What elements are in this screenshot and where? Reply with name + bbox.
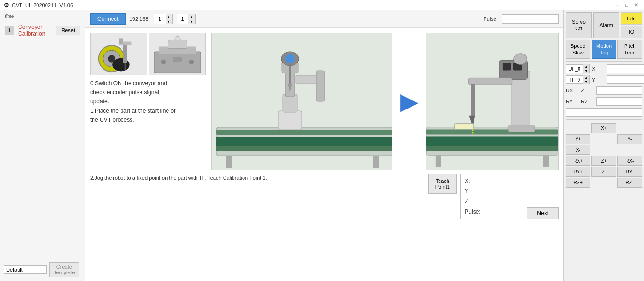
svg-rect-38 xyxy=(509,125,535,132)
svg-rect-6 xyxy=(119,39,123,44)
xplus-button[interactable]: X+ xyxy=(591,123,616,133)
uf-input[interactable] xyxy=(566,66,583,72)
teach-point1-button[interactable]: Teach Point1 xyxy=(428,174,457,194)
ip-seg2-input[interactable] xyxy=(177,16,188,22)
zplus-button[interactable]: Z+ xyxy=(591,156,616,166)
uf-down-btn[interactable]: ▼ xyxy=(583,69,589,73)
next-button[interactable]: Next xyxy=(527,207,559,219)
rx-z-row: RX Z xyxy=(566,86,642,95)
rz-coord-input[interactable] xyxy=(596,97,642,106)
ip-seg2-down[interactable]: ▼ xyxy=(188,19,195,24)
sidebar-item-conveyor[interactable]: 1 Conveyor Calibration Reset xyxy=(0,21,85,40)
speed-motion-pitch-row: Speed Slow Motion Jog Pitch 1mm xyxy=(566,40,642,59)
pulse-label: Pulse: xyxy=(483,16,498,22)
jog-empty-2 xyxy=(617,123,642,133)
coord-y: Y: xyxy=(465,187,518,197)
app-title: CVT_UI_20200211_V1.06 xyxy=(12,2,73,8)
svg-rect-18 xyxy=(216,146,392,151)
left-section: 0.Switch ON the conveyor and check encod… xyxy=(90,33,206,127)
alarm-button[interactable]: Alarm xyxy=(593,12,619,38)
svg-rect-37 xyxy=(511,71,530,129)
svg-rect-19 xyxy=(226,156,232,168)
svg-point-12 xyxy=(161,60,166,64)
svg-marker-11 xyxy=(174,36,181,40)
svg-rect-43 xyxy=(468,78,512,85)
xminus-button[interactable]: X- xyxy=(566,145,590,155)
svg-rect-8 xyxy=(154,52,201,73)
ry-input-row xyxy=(566,108,642,117)
conveyor-thumb-svg xyxy=(91,33,147,75)
svg-rect-36 xyxy=(543,155,549,167)
teach-section: Teach Point1 X: Y: Z: Pulse: xyxy=(428,174,522,219)
second-robot-svg xyxy=(426,33,558,170)
servo-off-button[interactable]: Servo Off xyxy=(566,12,592,38)
default-input[interactable] xyxy=(4,265,47,274)
tf-down-btn[interactable]: ▼ xyxy=(583,80,589,84)
rzplus-button[interactable]: RZ+ xyxy=(566,178,590,188)
svg-rect-35 xyxy=(436,155,441,167)
close-button[interactable]: ✕ xyxy=(633,1,640,9)
jog-grid: X+ Y+ Y- X- RX+ Z+ RX- RY+ Z- RY- RZ+ RZ… xyxy=(566,123,642,188)
ip-spinbox-2: ▲ ▼ xyxy=(177,14,196,24)
svg-rect-17 xyxy=(216,137,392,146)
step0-line0: 0.Switch ON the conveyor and xyxy=(90,79,206,88)
bottom-area: 2.Jog the robot to a fixed point on the … xyxy=(90,174,559,219)
uf-spin-btns: ▲ ▼ xyxy=(583,64,589,73)
x-label: X xyxy=(592,66,605,72)
maximize-button[interactable]: □ xyxy=(623,1,631,9)
tf-input[interactable] xyxy=(566,77,583,82)
ip-seg2-up[interactable]: ▲ xyxy=(188,14,195,19)
part-thumb-svg xyxy=(149,33,205,75)
conveyor-thumbnail xyxy=(90,33,147,75)
svg-point-13 xyxy=(189,60,194,64)
yplus-button[interactable]: Y+ xyxy=(566,134,590,144)
instructions: 0.Switch ON the conveyor and check encod… xyxy=(90,77,206,127)
z-coord-input[interactable] xyxy=(596,86,642,95)
tf-up-btn[interactable]: ▲ xyxy=(583,75,589,80)
ip-spinbox-1-controls: ▲ ▼ xyxy=(166,14,172,24)
jog-empty-6 xyxy=(591,178,616,188)
step1-title: 1.Place the part at the start line of xyxy=(90,107,206,116)
create-template-button[interactable]: Create Templete xyxy=(49,262,79,277)
ryminus-button[interactable]: RY- xyxy=(617,167,642,177)
ip-spinbox-1: ▲ ▼ xyxy=(154,14,173,24)
rxminus-button[interactable]: RX- xyxy=(617,156,642,166)
svg-rect-32 xyxy=(426,130,558,135)
z-label: Z xyxy=(581,88,594,93)
io-button[interactable]: IO xyxy=(621,26,642,38)
rz-label: RZ xyxy=(581,99,594,104)
sidebar-item-number: 1 xyxy=(5,26,14,35)
step0-line2: update. xyxy=(90,97,206,106)
ip-seg1-input[interactable] xyxy=(154,16,166,22)
sidebar-bottom: Create Templete xyxy=(0,258,85,281)
sidebar: flow 1 Conveyor Calibration Reset Create… xyxy=(0,10,85,281)
ry-rz-row: RY RZ xyxy=(566,97,642,106)
svg-rect-21 xyxy=(278,111,302,130)
svg-rect-30 xyxy=(316,71,325,101)
zminus-button[interactable]: Z- xyxy=(591,167,616,177)
info-button[interactable]: Info xyxy=(621,12,642,25)
rzminus-button[interactable]: RZ- xyxy=(617,178,642,188)
divider-2 xyxy=(566,119,642,120)
ryplus-button[interactable]: RY+ xyxy=(566,167,590,177)
uf-up-btn[interactable]: ▲ xyxy=(583,64,589,69)
reset-button[interactable]: Reset xyxy=(56,26,80,35)
svg-rect-4 xyxy=(123,42,127,63)
yminus-button[interactable]: Y- xyxy=(617,134,642,144)
main-robot-image xyxy=(211,33,392,170)
ip-seg1-down[interactable]: ▼ xyxy=(166,19,172,24)
ip-seg1-up[interactable]: ▲ xyxy=(166,14,172,19)
svg-point-42 xyxy=(514,54,527,65)
ry-coord-input[interactable] xyxy=(566,108,642,117)
pitch-1mm-button[interactable]: Pitch 1mm xyxy=(617,40,642,59)
main-content: Connect 192.168. ▲ ▼ ▲ ▼ Pulse: xyxy=(85,10,563,281)
rxplus-button[interactable]: RX+ xyxy=(566,156,590,166)
motion-jog-button[interactable]: Motion Jog xyxy=(592,40,616,59)
y-coord-input[interactable] xyxy=(607,75,644,84)
minimize-button[interactable]: ─ xyxy=(614,1,621,9)
x-coord-input[interactable] xyxy=(607,64,644,73)
speed-slow-button[interactable]: Speed Slow xyxy=(566,40,590,59)
connect-button[interactable]: Connect xyxy=(90,13,126,25)
right-panel: Servo Off Alarm Info IO Speed Slow Motio… xyxy=(563,10,644,281)
svg-rect-20 xyxy=(373,156,379,168)
